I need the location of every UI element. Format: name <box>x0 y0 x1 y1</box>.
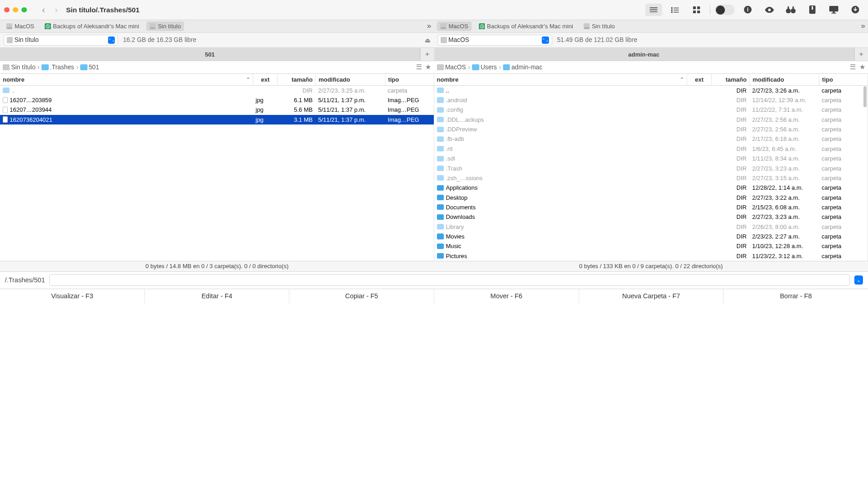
col-header-name[interactable]: nombre⌃ <box>434 74 688 85</box>
file-row[interactable]: ..DIR2/27/23, 3:26 a.m.carpeta <box>434 86 868 95</box>
volume-tab[interactable]: Backups of Aleksandr's Mac mini <box>41 21 142 31</box>
file-row[interactable]: MoviesDIR2/23/23, 2:27 a.m.carpeta <box>434 232 868 241</box>
file-row[interactable]: 16207…203859jpg6.1 MB5/11/21, 1:37 p.m.I… <box>0 95 434 105</box>
file-row[interactable]: MusicDIR1/10/23, 12:28 a.m.carpeta <box>434 241 868 251</box>
file-size: DIR <box>711 165 750 172</box>
list-icon[interactable]: ☰ <box>850 63 856 71</box>
back-button[interactable]: ‹ <box>42 5 45 15</box>
file-row[interactable]: 16207…203944jpg5.6 MB5/11/21, 1:37 p.m.I… <box>0 105 434 114</box>
col-header-name[interactable]: nombre⌃ <box>0 74 253 85</box>
left-drive-selector[interactable]: Sin título ⌃⌄ <box>4 35 118 46</box>
fn-button[interactable]: Nueva Carpeta - F7 <box>579 289 724 303</box>
folder-icon <box>437 117 444 122</box>
file-name: .sdl <box>446 155 455 162</box>
col-header-modified[interactable]: modificado <box>316 74 385 85</box>
file-row[interactable]: .TrashDIR2/27/23, 3:23 a.m.carpeta <box>434 163 868 173</box>
file-ext: jpg <box>253 106 277 113</box>
fn-button[interactable]: Copiar - F5 <box>289 289 434 303</box>
right-pane[interactable]: ..DIR2/27/23, 3:26 a.m.carpeta.androidDI… <box>434 86 868 261</box>
left-pane[interactable]: ..DIR2/27/23, 3:25 a.m.carpeta16207…2038… <box>0 86 434 261</box>
file-name: .android <box>446 97 467 104</box>
col-header-modified[interactable]: modificado <box>750 74 820 85</box>
file-row[interactable]: 1620736204021jpg3.1 MB5/11/21, 1:37 p.m.… <box>0 115 434 124</box>
file-row[interactable]: .DDL…ackupsDIR2/27/23, 2:56 a.m.carpeta <box>434 115 868 124</box>
breadcrumb-item[interactable]: .Trashes <box>41 64 74 71</box>
view-columns-button[interactable] <box>667 4 683 16</box>
view-grid-button[interactable] <box>688 4 705 16</box>
file-row[interactable]: DesktopDIR2/27/23, 3:22 a.m.carpeta <box>434 192 868 202</box>
view-list-button[interactable] <box>645 4 662 16</box>
file-row[interactable]: DownloadsDIR2/27/23, 3:23 a.m.carpeta <box>434 212 868 222</box>
left-new-tab-button[interactable]: + <box>420 48 434 61</box>
minimize-window-button[interactable] <box>13 7 18 12</box>
fn-button[interactable]: Editar - F4 <box>145 289 290 303</box>
file-modified: 1/6/23, 6:45 a.m. <box>750 145 819 152</box>
more-volumes-button[interactable]: » <box>861 21 865 31</box>
volume-tab[interactable]: MacOS <box>3 21 38 31</box>
col-header-ext[interactable]: ext <box>687 74 711 85</box>
volume-tab[interactable]: MacOS <box>437 21 472 31</box>
file-type: carpeta <box>819 97 868 104</box>
zoom-window-button[interactable] <box>21 7 26 12</box>
binoculars-button[interactable] <box>782 4 799 16</box>
path-history-button[interactable]: ⌄ <box>854 275 863 285</box>
close-window-button[interactable] <box>4 7 9 12</box>
right-pane-tab[interactable]: admin-mac <box>434 48 854 61</box>
col-header-size[interactable]: tamaño <box>277 74 316 85</box>
file-name: 1620736204021 <box>10 116 52 123</box>
info-button[interactable]: i <box>740 4 756 16</box>
file-type: Imag…PEG <box>385 116 434 123</box>
folder-icon <box>437 244 444 249</box>
path-input[interactable] <box>49 274 850 286</box>
volume-tab[interactable]: Sin título <box>146 21 185 31</box>
breadcrumb-item[interactable]: Users <box>472 64 497 71</box>
right-new-tab-button[interactable]: + <box>854 48 868 61</box>
file-row[interactable]: .zsh_…ssionsDIR2/27/23, 3:15 a.m.carpeta <box>434 173 868 183</box>
file-row[interactable]: PicturesDIR11/23/22, 3:12 a.m.carpeta <box>434 251 868 260</box>
toolbar: i <box>645 4 864 16</box>
file-row[interactable]: DocumentsDIR2/15/23, 6:08 a.m.carpeta <box>434 202 868 212</box>
archive-button[interactable] <box>804 4 821 16</box>
col-header-size[interactable]: tamaño <box>712 74 750 85</box>
file-row[interactable]: .DDPreviewDIR2/27/23, 2:56 a.m.carpeta <box>434 124 868 134</box>
volume-tab[interactable]: Backups of Aleksandr's Mac mini <box>475 21 576 31</box>
col-header-type[interactable]: tipo <box>385 74 434 85</box>
remote-button[interactable] <box>826 4 842 16</box>
file-type: carpeta <box>819 165 868 172</box>
breadcrumb-item[interactable]: Sin título <box>3 64 36 71</box>
preview-button[interactable] <box>761 4 778 16</box>
file-modified: 11/22/22, 7:31 a.m. <box>750 106 819 113</box>
breadcrumb-label: admin-mac <box>511 64 542 71</box>
file-name: .rtt <box>446 145 452 152</box>
file-row[interactable]: LibraryDIR2/26/23, 8:00 a.m.carpeta <box>434 222 868 231</box>
breadcrumb-item[interactable]: admin-mac <box>503 64 542 71</box>
left-pane-tab[interactable]: 501 <box>0 48 420 61</box>
file-row[interactable]: ..DIR2/27/23, 3:25 a.m.carpeta <box>0 86 434 95</box>
col-header-type[interactable]: tipo <box>819 74 868 85</box>
breadcrumb-item[interactable]: 501 <box>80 64 99 71</box>
hidden-files-toggle[interactable] <box>715 5 734 15</box>
fn-button[interactable]: Borrar - F8 <box>724 289 868 303</box>
col-header-ext[interactable]: ext <box>253 74 277 85</box>
file-row[interactable]: ApplicationsDIR12/28/22, 1:14 a.m.carpet… <box>434 183 868 192</box>
breadcrumb-item[interactable]: MacOS <box>437 64 466 71</box>
list-icon[interactable]: ☰ <box>416 63 422 71</box>
file-row[interactable]: .sdlDIR1/11/23, 8:34 a.m.carpeta <box>434 154 868 163</box>
fn-button[interactable]: Mover - F6 <box>434 289 579 303</box>
download-button[interactable] <box>847 4 864 16</box>
more-volumes-button[interactable]: » <box>427 21 431 31</box>
right-drive-selector[interactable]: MacOS ⌃⌄ <box>437 35 552 46</box>
svg-rect-19 <box>829 6 838 11</box>
file-row[interactable]: .fb-adbDIR2/17/23, 6:18 a.m.carpeta <box>434 134 868 144</box>
favorite-star-button[interactable]: ★ <box>859 63 865 71</box>
file-row[interactable]: .configDIR11/22/22, 7:31 a.m.carpeta <box>434 105 868 114</box>
eject-button[interactable]: ⏏ <box>425 36 431 44</box>
volume-tab[interactable]: Sin título <box>580 21 618 31</box>
scrollbar[interactable] <box>863 86 867 107</box>
file-row[interactable]: .rttDIR1/6/23, 6:45 a.m.carpeta <box>434 144 868 154</box>
favorite-star-button[interactable]: ★ <box>425 63 431 71</box>
forward-button[interactable]: › <box>55 5 58 15</box>
file-row[interactable]: .androidDIR12/14/22, 12:39 a.m.carpeta <box>434 95 868 105</box>
file-type: carpeta <box>819 233 868 240</box>
fn-button[interactable]: Visualizar - F3 <box>0 289 145 303</box>
